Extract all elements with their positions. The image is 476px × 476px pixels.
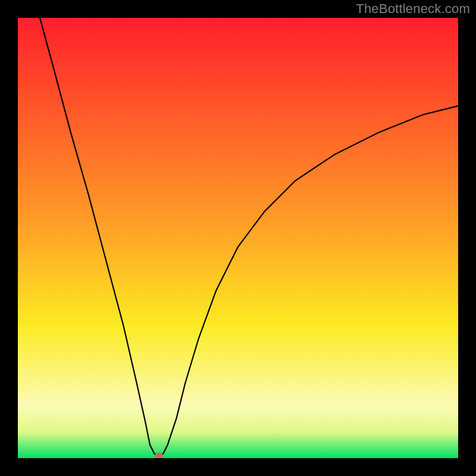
watermark-text: TheBottleneck.com	[356, 1, 470, 17]
optimal-point-marker	[155, 453, 163, 458]
bottleneck-curve	[18, 18, 458, 458]
chart-frame: TheBottleneck.com	[0, 0, 476, 476]
plot-area	[18, 18, 458, 458]
